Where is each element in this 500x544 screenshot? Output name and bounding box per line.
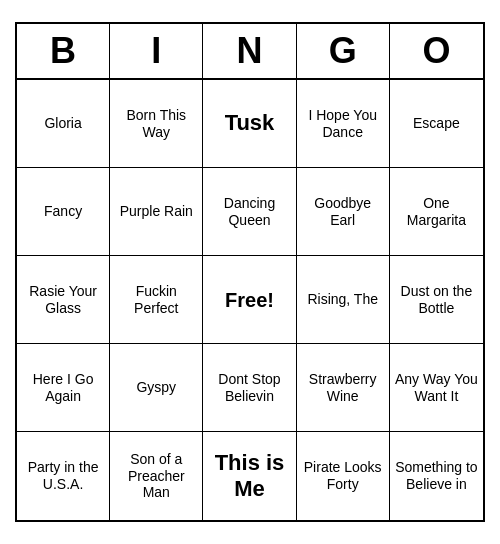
- bingo-cell[interactable]: Something to Believe in: [390, 432, 483, 520]
- bingo-cell[interactable]: Escape: [390, 80, 483, 168]
- bingo-cell[interactable]: Purple Rain: [110, 168, 203, 256]
- bingo-cell[interactable]: Rasie Your Glass: [17, 256, 110, 344]
- bingo-card: BINGO GloriaBorn This WayTuskI Hope You …: [15, 22, 485, 522]
- bingo-header-letter: B: [17, 24, 110, 78]
- bingo-cell[interactable]: Born This Way: [110, 80, 203, 168]
- bingo-cell[interactable]: Rising, The: [297, 256, 390, 344]
- bingo-grid: GloriaBorn This WayTuskI Hope You DanceE…: [17, 80, 483, 520]
- bingo-header-letter: G: [297, 24, 390, 78]
- bingo-cell[interactable]: Gyspy: [110, 344, 203, 432]
- bingo-cell[interactable]: Fancy: [17, 168, 110, 256]
- bingo-header-letter: I: [110, 24, 203, 78]
- bingo-header-letter: N: [203, 24, 296, 78]
- bingo-cell[interactable]: Gloria: [17, 80, 110, 168]
- bingo-cell[interactable]: Free!: [203, 256, 296, 344]
- bingo-cell[interactable]: Party in the U.S.A.: [17, 432, 110, 520]
- bingo-header: BINGO: [17, 24, 483, 80]
- bingo-cell[interactable]: I Hope You Dance: [297, 80, 390, 168]
- bingo-cell[interactable]: Any Way You Want It: [390, 344, 483, 432]
- bingo-cell[interactable]: This is Me: [203, 432, 296, 520]
- bingo-cell[interactable]: Pirate Looks Forty: [297, 432, 390, 520]
- bingo-header-letter: O: [390, 24, 483, 78]
- bingo-cell[interactable]: Dont Stop Believin: [203, 344, 296, 432]
- bingo-cell[interactable]: Fuckin Perfect: [110, 256, 203, 344]
- bingo-cell[interactable]: One Margarita: [390, 168, 483, 256]
- bingo-cell[interactable]: Tusk: [203, 80, 296, 168]
- bingo-cell[interactable]: Goodbye Earl: [297, 168, 390, 256]
- bingo-cell[interactable]: Dancing Queen: [203, 168, 296, 256]
- bingo-cell[interactable]: Strawberry Wine: [297, 344, 390, 432]
- bingo-cell[interactable]: Dust on the Bottle: [390, 256, 483, 344]
- bingo-cell[interactable]: Son of a Preacher Man: [110, 432, 203, 520]
- bingo-cell[interactable]: Here I Go Again: [17, 344, 110, 432]
